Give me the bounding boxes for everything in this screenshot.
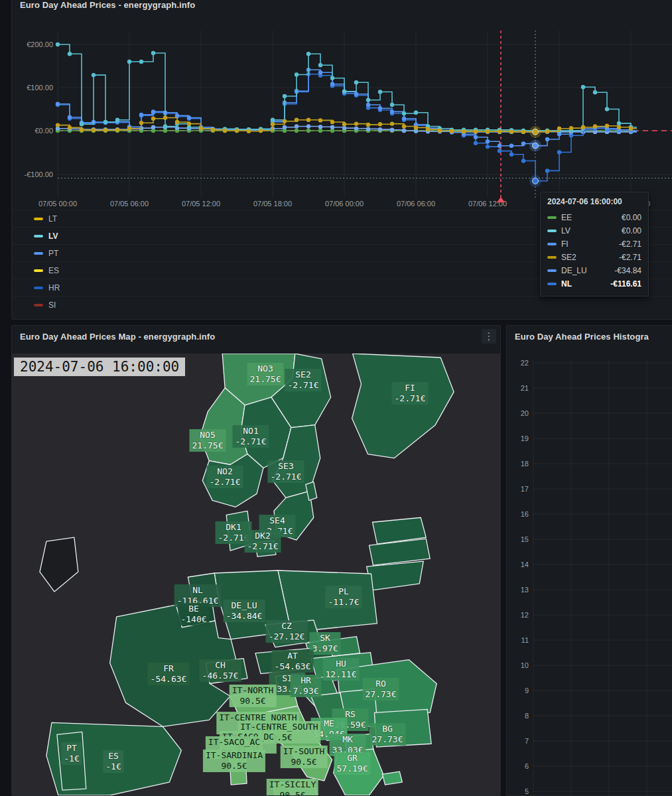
hist-y-tick: 6 [525,762,529,770]
map-region-GR[interactable] [334,749,384,795]
tooltip-row-EE: EE€0.00 [547,211,641,224]
tooltip-series-name: SE2 [561,253,619,262]
map-region-CORS[interactable] [245,722,256,751]
panel-menu-icon[interactable]: ⋮ [482,329,496,344]
tooltip-series-name: FI [561,239,619,249]
histogram-panel: Euro Day Ahead Prices Histogra 222120191… [506,325,672,796]
legend-series-label: PT [48,249,58,258]
tooltip-series-value: -€116.61 [610,279,641,289]
map-region-DK2[interactable] [255,541,276,557]
tooltip-series-name: NL [561,279,610,289]
y-axis-tick: €200.00 [27,40,53,48]
map-region-PT[interactable] [57,732,86,790]
map-region-IE[interactable] [40,537,78,592]
hist-y-tick: 19 [521,434,529,442]
legend-series-color [34,287,43,289]
tooltip-series-color [547,230,557,232]
hist-y-tick: 17 [521,485,529,493]
hist-y-tick: 5 [525,787,529,795]
price-chart-panel: Euro Day Ahead Prices - energygraph.info… [11,0,672,320]
x-axis-tick: 07/05 06:00 [110,200,149,208]
tooltip-series-name: DE_LU [561,266,614,275]
tooltip-series-value: -€2.71 [619,239,641,249]
map-region-FI[interactable] [352,354,454,458]
hist-y-tick: 21 [521,384,529,392]
hist-y-tick: 16 [521,510,529,518]
hist-y-tick: 22 [521,359,529,367]
legend-series-label: SI [48,300,56,310]
map-region-ME[interactable] [322,718,348,740]
tooltip-row-SE2: SE2-€2.71 [547,251,641,264]
map-region-BG[interactable] [374,709,431,747]
hist-y-tick: 20 [521,409,529,417]
x-axis-tick: 07/06 06:00 [397,200,435,208]
tooltip-row-DE_LU: DE_LU-€34.84 [547,264,641,277]
hist-y-tick: 15 [521,535,529,543]
tooltip-series-color [547,256,557,259]
legend-series-label: HR [48,283,60,293]
x-axis-tick: 07/05 12:00 [182,200,220,208]
legend-series-color [34,235,43,237]
map-region-DK1[interactable] [226,511,251,551]
legend-series-label: LV [48,232,58,241]
tooltip-series-name: LV [561,226,622,235]
tooltip-row-LV: LV€0.00 [547,224,641,237]
x-axis-tick: 07/05 18:00 [253,200,292,208]
tooltip-series-value: -€2.71 [619,253,641,262]
map-panel: Euro Day Ahead Prices Map - energygraph.… [11,325,501,796]
map-region-LT[interactable] [367,561,424,590]
tooltip-row-NL: NL-€116.61 [547,277,641,291]
map-panel-header: Euro Day Ahead Prices Map - energygraph.… [12,326,500,350]
hist-y-tick: 13 [521,586,529,594]
histogram-panel-header: Euro Day Ahead Prices Histogra [507,326,672,350]
europe-price-map[interactable]: NO321.75€SE2-2.71€FI-2.71€NO521.75€NO1-2… [12,354,500,795]
chart-tooltip: 2024-07-06 16:00:00 EE€0.00LV€0.00FI-€2.… [540,192,649,297]
tooltip-series-color [547,243,557,245]
series-line-SE2 [58,118,637,132]
histogram-plot[interactable]: 2221201918171615141312111098765 [507,351,672,796]
map-region-NL[interactable] [188,573,218,604]
map-region-ISL[interactable] [382,771,402,785]
legend-series-color [34,269,43,272]
tooltip-series-value: -€34.84 [614,266,641,275]
tooltip-series-color [547,216,557,219]
series-line-NL [58,74,637,181]
legend-series-label: LT [48,214,57,224]
tooltip-series-value: €0.00 [622,213,641,222]
map-region-CH[interactable] [206,659,247,684]
histogram-panel-title[interactable]: Euro Day Ahead Prices Histogra [515,332,669,342]
x-axis-tick: 07/05 00:00 [38,200,77,208]
tooltip-timestamp: 2024-07-06 16:00:00 [547,197,641,206]
map-timestamp-overlay: 2024-07-06 16:00:00 [14,358,185,376]
hist-y-tick: 9 [525,687,529,695]
map-region-RS[interactable] [340,689,378,727]
tooltip-row-FI: FI-€2.71 [547,237,641,251]
hist-y-tick: 11 [521,636,529,644]
tooltip-series-color [547,269,557,272]
tooltip-series-color [547,283,557,285]
hist-y-tick: 14 [521,561,529,568]
hist-y-tick: 10 [521,661,529,669]
tooltip-series-name: EE [561,213,622,222]
hist-y-tick: 7 [525,737,529,745]
map-region-IT_SIC[interactable] [273,779,318,795]
legend-series-color [34,304,43,306]
hist-y-tick: 8 [525,712,529,720]
y-axis-tick: €0.00 [34,127,53,135]
map-panel-title[interactable]: Euro Day Ahead Prices Map - energygraph.… [20,332,492,342]
x-axis-tick: 07/06 00:00 [325,200,364,208]
legend-series-label: ES [48,266,59,275]
y-axis-tick: €100.00 [27,84,53,92]
tooltip-series-value: €0.00 [622,226,641,235]
y-axis-tick: -€100.00 [25,170,53,178]
legend-item-SI[interactable]: SI [12,296,672,313]
hist-y-tick: 18 [521,460,529,468]
legend-series-color [34,218,43,220]
map-region-IT_SARD[interactable] [229,741,247,785]
hist-y-tick: 12 [521,611,529,619]
legend-series-color [34,252,43,255]
series-line-DE_LU [58,70,637,146]
map-region-SE4[interactable] [274,491,314,540]
